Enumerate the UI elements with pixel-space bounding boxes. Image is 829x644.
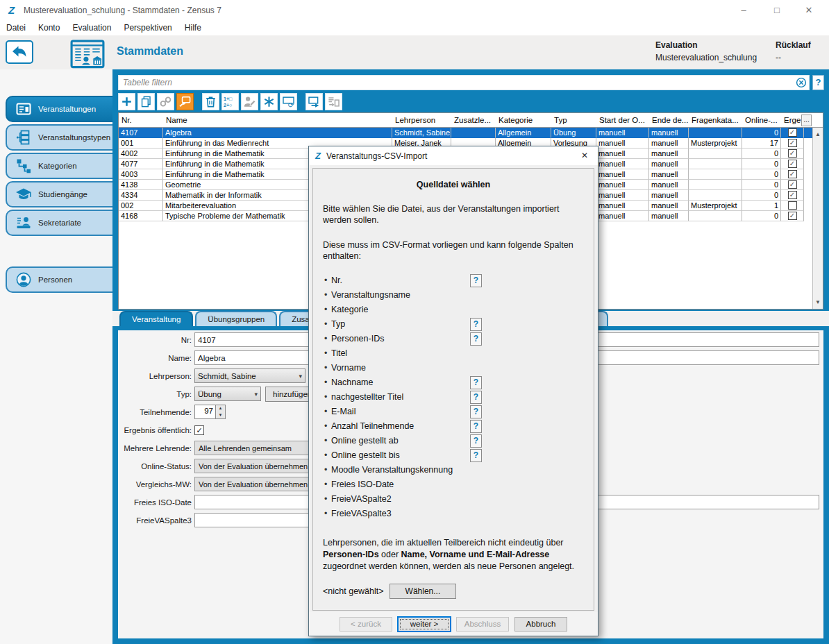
column-header-start[interactable]: Start der O...	[596, 113, 649, 127]
column-help-button[interactable]: ?	[470, 391, 482, 404]
tab-uebungsgruppen[interactable]: Übungsgruppen	[195, 311, 277, 326]
column-help-button[interactable]: ?	[470, 420, 482, 433]
sidebar-item-sekretariate[interactable]: Sekretariate	[6, 210, 112, 236]
teilnehmende-value: 97	[194, 405, 216, 419]
column-help-button[interactable]: ?	[470, 376, 482, 389]
lehrperson-dropdown[interactable]: Schmidt, Sabine▾	[194, 368, 305, 383]
sync-button[interactable]: ⟳	[280, 93, 297, 110]
personen-icon	[15, 271, 32, 288]
column-help-button[interactable]: ?	[470, 318, 482, 331]
freieva-spalte3-label: FreieVASpalte3	[118, 516, 194, 525]
maximize-button[interactable]: □	[761, 0, 793, 21]
cell-ergebnis: ✓	[781, 128, 804, 138]
properties-button[interactable]	[260, 93, 278, 110]
table-scrollbar[interactable]: ▲ ▼	[812, 128, 823, 309]
cell-ende: manuell	[649, 128, 689, 138]
tab-veranstaltung[interactable]: Veranstaltung	[119, 311, 193, 326]
copy-out-button[interactable]	[325, 93, 342, 110]
sidebar-item-personen[interactable]: Personen	[6, 266, 112, 293]
add-button[interactable]	[118, 93, 135, 110]
column-header-online[interactable]: Online-...	[742, 113, 781, 127]
stepper-down-icon[interactable]: ▼	[216, 412, 225, 419]
stepper-arrows[interactable]: ▲▼	[216, 405, 226, 419]
back-button[interactable]: < zurück	[340, 617, 392, 632]
menu-item-datei[interactable]: Datei	[0, 21, 32, 35]
zensus-logo-icon: Z	[315, 151, 321, 161]
menu-item-konto[interactable]: Konto	[32, 21, 66, 35]
ergebnis-checkbox[interactable]: ✓	[788, 160, 797, 168]
table-filter-input[interactable]	[118, 75, 810, 90]
cell-nr: 001	[119, 138, 163, 149]
sidebar-item-veranstaltungstypen[interactable]: Veranstaltungstypen	[6, 124, 112, 151]
menu-item-hilfe[interactable]: Hilfe	[178, 21, 208, 35]
vergleichs-mw-dropdown[interactable]: Von der Evaluation übernehmen	[194, 477, 319, 491]
ergebnis-checkbox[interactable]: ✓	[788, 139, 797, 147]
column-header-nr[interactable]: Nr.	[119, 113, 163, 127]
ergebnis-checkbox[interactable]: ✓	[788, 212, 797, 220]
mehrere-lehrende-dropdown[interactable]: Alle Lehrenden gemeinsam	[194, 441, 319, 455]
teilnehmende-stepper[interactable]: 97▲▼	[194, 405, 226, 419]
close-button[interactable]: ✕	[793, 0, 825, 21]
back-button[interactable]	[6, 40, 33, 64]
delete-button[interactable]	[202, 93, 219, 110]
column-header-lehrperson[interactable]: Lehrperson	[392, 113, 451, 127]
studiengaenge-icon	[15, 186, 32, 203]
typ-label: Typ:	[118, 390, 194, 398]
column-header-kategorie[interactable]: Kategorie	[496, 113, 551, 127]
choose-file-button[interactable]: Wählen...	[390, 584, 457, 599]
ergebnis-checkbox[interactable]: ✓	[788, 128, 797, 137]
link-button[interactable]	[157, 93, 174, 110]
export-button[interactable]	[305, 93, 323, 110]
ergebnis-oeffentlich-checkbox[interactable]: ✓	[194, 425, 204, 435]
ergebnis-checkbox[interactable]: ✓	[788, 191, 797, 199]
column-header-ende[interactable]: Ende de...	[649, 113, 689, 127]
filter-clear-icon[interactable]	[796, 77, 807, 88]
menu-item-perspektiven[interactable]: Perspektiven	[117, 21, 178, 35]
column-help-button[interactable]: ?	[470, 332, 482, 346]
column-header-zusatz[interactable]: Zusatzle...	[451, 113, 496, 127]
column-help-button[interactable]: ?	[470, 274, 482, 287]
csv-import-button[interactable]	[176, 93, 194, 110]
menu-item-evaluation[interactable]: Evaluation	[66, 21, 117, 35]
column-header-name[interactable]: Name	[163, 113, 392, 127]
csv-column-label: Moodle Veranstaltungskennung	[331, 465, 453, 475]
cell-ergebnis	[781, 201, 804, 211]
scroll-up-icon[interactable]: ▲	[813, 129, 823, 139]
ergebnis-checkbox[interactable]: ✓	[788, 170, 797, 178]
finish-button[interactable]: Abschluss	[456, 617, 509, 632]
csv-column-label: Personen-IDs	[331, 334, 384, 344]
online-status-dropdown[interactable]: Von der Evaluation übernehmen	[194, 459, 319, 473]
typ-dropdown[interactable]: Übung▾	[194, 387, 261, 401]
cell-fragenkatalog	[689, 159, 742, 169]
duplicate-button[interactable]	[137, 93, 155, 110]
scroll-down-icon[interactable]: ▼	[813, 297, 823, 307]
column-help-button[interactable]: ?	[470, 434, 482, 448]
ergebnis-checkbox[interactable]: ✓	[788, 180, 797, 189]
sidebar-item-studiengaenge[interactable]: Studiengänge	[6, 181, 112, 207]
column-header-fragenkatalog[interactable]: Fragenkata...	[689, 113, 742, 127]
column-options-button[interactable]: ...	[801, 115, 812, 126]
sidebar-item-veranstaltungen[interactable]: Veranstaltungen	[6, 96, 112, 122]
cancel-button[interactable]: Abbruch	[514, 617, 567, 632]
nr-label: Nr:	[118, 336, 194, 344]
csv-column-label: Nachname	[331, 378, 373, 387]
edit-person-button[interactable]	[241, 93, 258, 110]
cell-fragenkatalog	[689, 128, 742, 138]
stepper-up-icon[interactable]: ▲	[216, 405, 225, 412]
dialog-close-button[interactable]: ✕	[571, 146, 598, 165]
ergebnis-checkbox[interactable]: ✓	[788, 149, 797, 158]
column-header-typ[interactable]: Typ	[551, 113, 596, 127]
column-help-button[interactable]: ?	[470, 405, 482, 418]
renumber-button[interactable]: 1+□2+○	[221, 93, 239, 110]
next-button[interactable]: weiter >	[398, 617, 451, 632]
ergebnis-checkbox[interactable]	[788, 201, 797, 210]
dialog-button-bar: < zurückweiter >AbschlussAbbruch	[309, 612, 598, 636]
table-row[interactable]: 4107AlgebraSchmidt, SabineAllgemeinÜbung…	[119, 128, 823, 138]
copy-out-icon	[327, 95, 340, 108]
minimize-button[interactable]: –	[728, 0, 760, 21]
csv-column-label: E-Mail	[331, 407, 355, 416]
column-help-button[interactable]: ?	[470, 449, 482, 462]
help-button[interactable]: ?	[812, 75, 824, 90]
sidebar-item-kategorien[interactable]: Kategorien	[6, 153, 112, 179]
csv-column-label: Veranstaltungsname	[331, 290, 410, 300]
